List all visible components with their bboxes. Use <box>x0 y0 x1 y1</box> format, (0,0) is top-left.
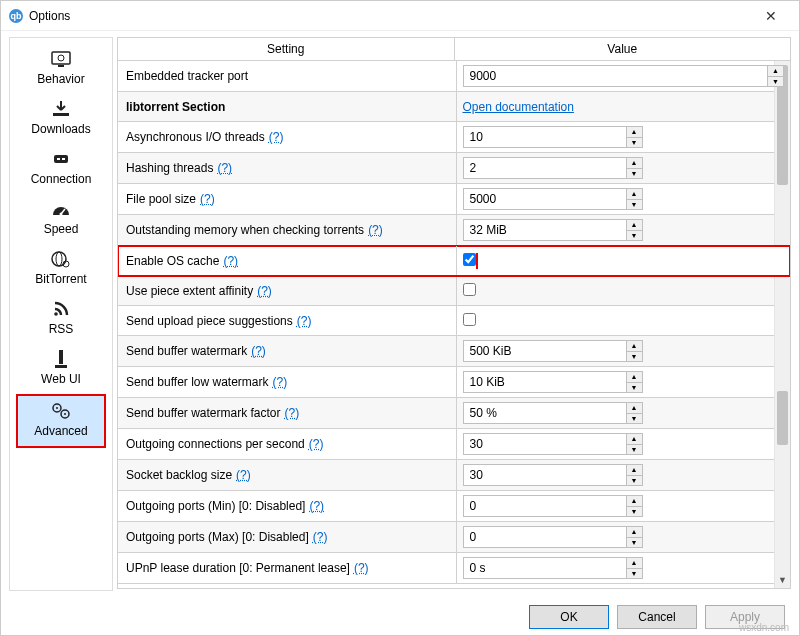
help-link[interactable]: (?) <box>309 499 324 513</box>
value-input[interactable] <box>463 65 769 87</box>
value-input[interactable] <box>463 157 627 179</box>
cancel-button[interactable]: Cancel <box>617 605 697 629</box>
spinner[interactable]: ▲▼ <box>768 65 784 87</box>
help-link[interactable]: (?) <box>313 530 328 544</box>
spin-down-icon[interactable]: ▼ <box>627 445 642 455</box>
spinner[interactable]: ▲▼ <box>627 219 643 241</box>
setting-label: Outgoing connections per second (?) <box>118 429 456 459</box>
spin-down-icon[interactable]: ▼ <box>627 352 642 362</box>
setting-label: UPnP lease duration [0: Permanent lease]… <box>118 553 456 583</box>
spinner[interactable]: ▲▼ <box>627 340 643 362</box>
spin-down-icon[interactable]: ▼ <box>627 569 642 579</box>
help-link[interactable]: (?) <box>257 284 272 298</box>
spin-up-icon[interactable]: ▲ <box>627 558 642 569</box>
spin-up-icon[interactable]: ▲ <box>627 496 642 507</box>
svg-point-2 <box>58 55 64 61</box>
value-input[interactable] <box>463 557 627 579</box>
spin-down-icon[interactable]: ▼ <box>627 476 642 486</box>
spin-up-icon[interactable]: ▲ <box>627 189 642 200</box>
spinner[interactable]: ▲▼ <box>627 464 643 486</box>
sidebar-item-connection[interactable]: Connection <box>16 144 106 194</box>
spinner[interactable]: ▲▼ <box>627 188 643 210</box>
spinner[interactable]: ▲▼ <box>627 433 643 455</box>
value-input[interactable] <box>463 464 627 486</box>
value-input[interactable] <box>463 495 627 517</box>
setting-label: Send buffer watermark (?) <box>118 336 456 366</box>
spin-up-icon[interactable]: ▲ <box>768 66 783 77</box>
help-link[interactable]: (?) <box>273 375 288 389</box>
help-link[interactable]: (?) <box>269 130 284 144</box>
spin-up-icon[interactable]: ▲ <box>627 372 642 383</box>
sidebar-item-web-ui[interactable]: Web UI <box>16 344 106 394</box>
help-link[interactable]: (?) <box>309 437 324 451</box>
spin-down-icon[interactable]: ▼ <box>627 507 642 517</box>
help-link[interactable]: (?) <box>354 561 369 575</box>
help-link[interactable]: (?) <box>297 314 312 328</box>
ok-button[interactable]: OK <box>529 605 609 629</box>
spinner[interactable]: ▲▼ <box>627 495 643 517</box>
sidebar-item-advanced[interactable]: Advanced <box>16 394 106 448</box>
value-input[interactable] <box>463 126 627 148</box>
spin-down-icon[interactable]: ▼ <box>627 138 642 148</box>
spin-down-icon[interactable]: ▼ <box>627 383 642 393</box>
spin-up-icon[interactable]: ▲ <box>627 127 642 138</box>
spin-down-icon[interactable]: ▼ <box>627 169 642 179</box>
col-setting: Setting <box>118 38 455 60</box>
sidebar-item-behavior[interactable]: Behavior <box>16 44 106 94</box>
open-docs-link[interactable]: Open documentation <box>463 100 574 114</box>
value-checkbox[interactable] <box>463 313 476 326</box>
sidebar-item-bittorrent[interactable]: BitTorrent <box>16 244 106 294</box>
sidebar-item-speed[interactable]: Speed <box>16 194 106 244</box>
sidebar-item-label: Connection <box>31 172 92 186</box>
section-row: libtorrent Section Open documentation <box>118 92 790 122</box>
svg-point-12 <box>54 312 58 316</box>
help-link[interactable]: (?) <box>251 344 266 358</box>
value-input[interactable] <box>463 402 627 424</box>
help-link[interactable]: (?) <box>217 161 232 175</box>
help-link[interactable]: (?) <box>236 468 251 482</box>
value-input[interactable] <box>463 526 627 548</box>
value-input[interactable] <box>463 371 627 393</box>
sidebar-item-rss[interactable]: RSS <box>16 294 106 344</box>
spin-down-icon[interactable]: ▼ <box>627 538 642 548</box>
help-link[interactable]: (?) <box>368 223 383 237</box>
spin-down-icon[interactable]: ▼ <box>627 200 642 210</box>
setting-label: Socket backlog size (?) <box>118 460 456 490</box>
spin-up-icon[interactable]: ▲ <box>627 465 642 476</box>
help-link[interactable]: (?) <box>223 254 238 268</box>
value-input[interactable] <box>463 219 627 241</box>
value-input[interactable] <box>463 188 627 210</box>
setting-row: Outstanding memory when checking torrent… <box>118 215 790 246</box>
help-link[interactable]: (?) <box>285 406 300 420</box>
value-checkbox[interactable] <box>463 253 476 266</box>
gear-monitor-icon <box>47 48 75 70</box>
spinner[interactable]: ▲▼ <box>627 126 643 148</box>
value-input[interactable] <box>463 340 627 362</box>
setting-label: Enable OS cache (?) <box>118 246 456 275</box>
close-button[interactable]: ✕ <box>751 8 791 24</box>
spin-up-icon[interactable]: ▲ <box>627 158 642 169</box>
spin-up-icon[interactable]: ▲ <box>627 220 642 231</box>
setting-row: Embedded tracker port ▲▼ <box>118 61 790 92</box>
spinner[interactable]: ▲▼ <box>627 371 643 393</box>
setting-row: Hashing threads (?) ▲▼ <box>118 153 790 184</box>
spinner[interactable]: ▲▼ <box>627 557 643 579</box>
spin-up-icon[interactable]: ▲ <box>627 527 642 538</box>
help-link[interactable]: (?) <box>200 192 215 206</box>
spinner[interactable]: ▲▼ <box>627 157 643 179</box>
sidebar-item-downloads[interactable]: Downloads <box>16 94 106 144</box>
spinner[interactable]: ▲▼ <box>627 402 643 424</box>
spin-up-icon[interactable]: ▲ <box>627 341 642 352</box>
sidebar-item-label: Speed <box>44 222 79 236</box>
spin-up-icon[interactable]: ▲ <box>627 434 642 445</box>
value-input[interactable] <box>463 433 627 455</box>
spin-down-icon[interactable]: ▼ <box>627 231 642 241</box>
svg-point-16 <box>56 407 58 409</box>
setting-row: Send upload piece suggestions (?) <box>118 306 790 336</box>
spinner[interactable]: ▲▼ <box>627 526 643 548</box>
spin-down-icon[interactable]: ▼ <box>627 414 642 424</box>
value-checkbox[interactable] <box>463 283 476 296</box>
spin-down-icon[interactable]: ▼ <box>768 77 783 87</box>
svg-rect-4 <box>54 155 68 163</box>
spin-up-icon[interactable]: ▲ <box>627 403 642 414</box>
